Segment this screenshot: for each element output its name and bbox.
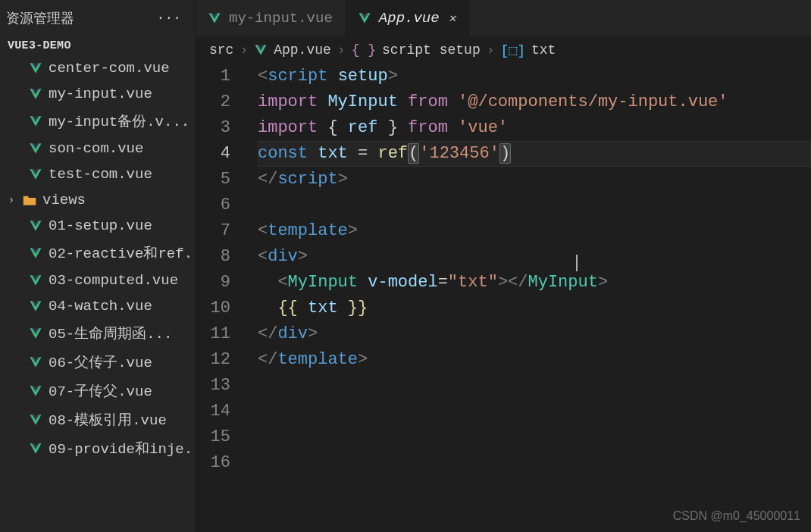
file-item[interactable]: 04-watch.vue <box>0 293 195 319</box>
breadcrumb-segment[interactable]: src <box>209 42 233 58</box>
sidebar-title: 资源管理器 <box>6 9 74 27</box>
editor-area: my-input.vueApp.vue✕ src › App.vue › { }… <box>196 0 811 532</box>
tree-item-label: test-com.vue <box>49 166 152 183</box>
chevron-right-icon: › <box>487 42 495 58</box>
file-item[interactable]: my-input.vue <box>0 81 195 107</box>
file-item[interactable]: my-input备份.v... <box>0 107 195 136</box>
vue-icon <box>29 327 42 340</box>
file-item[interactable]: 01-setup.vue <box>0 213 195 239</box>
more-icon[interactable]: ··· <box>152 11 186 26</box>
line-number: 16 <box>196 450 230 476</box>
file-item[interactable]: 08-模板引用.vue <box>0 405 195 434</box>
file-item[interactable]: son-com.vue <box>0 136 195 161</box>
chevron-right-icon: › <box>240 42 248 58</box>
vue-icon <box>29 299 42 313</box>
line-number: 3 <box>196 115 230 141</box>
tree-item-label: 02-reactive和ref.... <box>49 243 195 263</box>
vue-icon <box>29 87 42 101</box>
file-item[interactable]: 05-生命周期函... <box>0 319 195 348</box>
line-gutter: 12345678910111213141516 <box>196 64 244 532</box>
line-number: 8 <box>196 244 230 270</box>
tree-item-label: center-com.vue <box>49 60 170 77</box>
vue-icon <box>29 142 42 155</box>
file-item[interactable]: 09-provide和inje... <box>0 434 195 463</box>
tree-item-label: 07-子传父.vue <box>49 381 152 401</box>
chevron-right-icon: › <box>6 194 17 206</box>
close-icon[interactable]: ✕ <box>447 9 458 27</box>
chevron-right-icon: › <box>337 42 346 58</box>
breadcrumb-segment[interactable]: App.vue <box>274 42 331 58</box>
file-item[interactable]: 07-子传父.vue <box>0 377 195 405</box>
sidebar-header: 资源管理器 ··· <box>0 0 195 36</box>
line-number: 5 <box>196 167 230 192</box>
tree-item-label: my-input.vue <box>49 86 152 102</box>
tab-label: my-input.vue <box>229 10 333 27</box>
tree-item-label: 06-父传子.vue <box>49 352 152 372</box>
code-editor[interactable]: 12345678910111213141516 <script setup> i… <box>196 64 811 532</box>
line-number: 14 <box>196 399 230 424</box>
line-number: 6 <box>196 192 230 218</box>
line-number: 13 <box>196 373 230 399</box>
project-name: VUE3-DEMO <box>8 39 71 52</box>
text-cursor <box>576 255 578 271</box>
vue-icon <box>29 61 42 75</box>
watermark: CSDN @m0_45000011 <box>673 509 800 523</box>
line-number: 15 <box>196 424 230 450</box>
tree-item-label: son-com.vue <box>49 140 143 157</box>
breadcrumb-segment[interactable]: script setup <box>382 42 481 58</box>
line-number: 10 <box>196 296 230 321</box>
vue-icon <box>29 442 42 455</box>
tab-label: App.vue <box>379 10 440 27</box>
tree-item-label: 08-模板引用.vue <box>49 410 167 430</box>
tab-App-vue[interactable]: App.vue✕ <box>346 0 470 36</box>
breadcrumb[interactable]: src › App.vue › { } script setup › [⬚] t… <box>196 36 811 64</box>
vue-icon <box>29 274 42 287</box>
vue-icon <box>29 219 42 233</box>
tab-my-input-vue[interactable]: my-input.vue <box>196 0 346 36</box>
line-number: 4 <box>196 141 230 167</box>
file-tree: center-com.vuemy-input.vuemy-input备份.v..… <box>0 55 195 532</box>
vue-icon <box>29 167 42 181</box>
tree-item-label: 09-provide和inje... <box>49 439 195 458</box>
tree-item-label: 04-watch.vue <box>49 298 152 315</box>
folder-icon <box>23 194 36 206</box>
tree-item-label: 01-setup.vue <box>49 217 152 234</box>
code-content[interactable]: <script setup> import MyInput from '@/co… <box>244 64 811 532</box>
vue-icon <box>29 355 42 369</box>
breadcrumb-segment[interactable]: txt <box>531 42 556 58</box>
vue-icon <box>208 11 221 25</box>
vue-icon <box>254 43 268 57</box>
folder-item[interactable]: ›views <box>0 187 195 213</box>
vue-icon <box>29 246 42 260</box>
tree-item-label: 03-computed.vue <box>49 272 178 289</box>
file-item[interactable]: 03-computed.vue <box>0 268 195 293</box>
line-number: 2 <box>196 89 230 115</box>
file-item[interactable]: center-com.vue <box>0 55 195 81</box>
tree-item-label: views <box>42 192 86 208</box>
line-number: 12 <box>196 347 230 373</box>
braces-icon: { } <box>352 42 376 58</box>
vue-icon <box>29 114 42 128</box>
tree-item-label: 05-生命周期函... <box>49 324 172 343</box>
line-number: 7 <box>196 218 230 244</box>
project-header[interactable]: VUE3-DEMO <box>0 36 195 55</box>
line-number: 11 <box>196 321 230 347</box>
file-item[interactable]: 06-父传子.vue <box>0 348 195 377</box>
vue-icon <box>29 384 42 398</box>
symbol-icon: [⬚] <box>501 42 525 58</box>
vue-icon <box>358 11 371 25</box>
file-item[interactable]: test-com.vue <box>0 161 195 187</box>
vue-icon <box>29 413 42 427</box>
tree-item-label: my-input备份.v... <box>49 111 189 131</box>
line-number: 1 <box>196 64 230 89</box>
explorer-sidebar: 资源管理器 ··· VUE3-DEMO center-com.vuemy-inp… <box>0 0 196 532</box>
file-item[interactable]: 02-reactive和ref.... <box>0 239 195 268</box>
tab-bar: my-input.vueApp.vue✕ <box>196 0 811 36</box>
line-number: 9 <box>196 270 230 296</box>
